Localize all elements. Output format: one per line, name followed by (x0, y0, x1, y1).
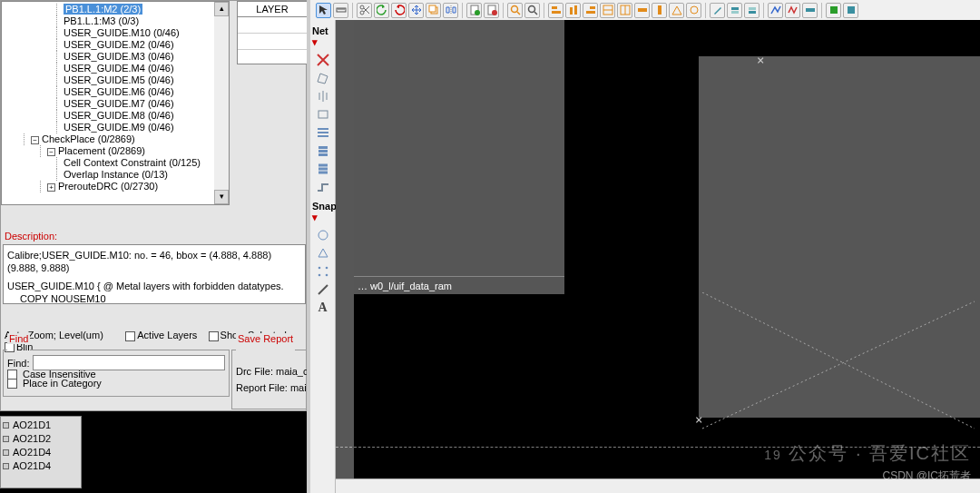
list-item[interactable]: AO21D1 (3, 419, 79, 432)
snap-palette-header[interactable]: Snap ▾ (310, 195, 335, 225)
path-icon[interactable] (768, 3, 783, 18)
main-toolbar (310, 0, 980, 20)
orange-tool-icon[interactable] (669, 3, 684, 18)
collapse-icon[interactable]: − (47, 148, 55, 156)
tree-row[interactable]: USER_GUIDE.M6 (0/46) (7, 86, 229, 98)
layer-row[interactable] (238, 17, 307, 34)
svg-rect-27 (830, 6, 838, 14)
layout-canvas[interactable]: … w0_l/uif_data_ram × × (336, 20, 980, 478)
zigzag-icon[interactable] (785, 3, 800, 18)
orange-tool-icon[interactable] (617, 3, 632, 18)
pencil-icon[interactable] (710, 3, 725, 18)
svg-rect-25 (749, 11, 756, 14)
watermark-small: CSDN @IC拓荒者 (882, 468, 971, 484)
svg-rect-26 (806, 8, 815, 12)
svg-rect-31 (318, 150, 328, 153)
scissors-icon[interactable] (357, 3, 372, 18)
tree-row[interactable]: +PrerouteDRC (0/2730) (7, 181, 229, 192)
sheet-red-icon[interactable] (484, 3, 499, 18)
bars-tool-icon[interactable] (314, 124, 332, 141)
orange-tool-icon[interactable] (652, 3, 667, 18)
ruler2-icon[interactable] (802, 3, 818, 18)
svg-rect-19 (638, 8, 647, 12)
error-tree[interactable]: PB1.L.1:M2 (2/3) PB1.L.1:M3 (0/3) USER_G… (1, 1, 230, 205)
align-down-icon[interactable] (565, 3, 581, 18)
magnifier-icon[interactable] (524, 3, 540, 18)
tree-row[interactable]: USER_GUIDE.M4 (0/46) (7, 63, 229, 74)
tree-scrollbar[interactable]: ▴ ▾ (214, 2, 229, 204)
show-selected-checkbox[interactable] (209, 331, 219, 341)
bars2-tool-icon[interactable] (314, 161, 332, 177)
layer-down-icon[interactable] (744, 3, 760, 18)
tree-row[interactable]: USER_GUIDE.M2 (0/46) (7, 39, 229, 51)
tree-row[interactable]: Overlap Instance (0/13) (7, 169, 229, 181)
tree-row[interactable]: PB1.L.1:M2 (2/3) (7, 4, 229, 15)
layer-up-icon[interactable] (727, 3, 742, 18)
green-box-icon[interactable] (826, 3, 841, 18)
tree-row[interactable]: −CheckPlace (0/2869) (7, 133, 229, 145)
tree-row[interactable]: −Placement (0/2869) (7, 145, 229, 157)
ruler-icon[interactable] (333, 3, 348, 18)
poly-tool-icon[interactable] (314, 70, 332, 86)
expand-icon[interactable]: + (47, 183, 55, 192)
tree-row[interactable]: USER_GUIDE.M8 (0/46) (7, 110, 229, 122)
align-left-icon[interactable] (548, 3, 564, 18)
copy-icon[interactable] (426, 3, 441, 18)
scroll-track[interactable] (214, 16, 229, 190)
svg-rect-22 (731, 7, 739, 10)
place-category-checkbox[interactable] (7, 379, 17, 389)
slash-tool-icon[interactable] (314, 281, 332, 298)
scroll-down-icon[interactable]: ▾ (214, 190, 229, 204)
chevron-down-icon[interactable]: ▾ (312, 212, 318, 222)
splitv-tool-icon[interactable] (314, 88, 332, 104)
list-item[interactable]: AO21D4 (3, 446, 79, 459)
toolbar-separator (352, 3, 353, 18)
mirror-icon[interactable] (443, 3, 458, 18)
orange-tool-icon[interactable] (600, 3, 615, 18)
svg-point-33 (318, 231, 328, 240)
stack-tool-icon[interactable] (314, 143, 332, 159)
layer-table[interactable]: LAYER (237, 1, 308, 64)
svg-rect-14 (574, 5, 577, 15)
select-cursor-icon[interactable] (316, 3, 331, 18)
orange-tool-icon[interactable] (634, 3, 650, 18)
svg-point-9 (511, 6, 517, 13)
orange-tool-icon[interactable] (686, 3, 701, 18)
undo-icon[interactable] (374, 3, 389, 18)
list-item[interactable]: AO21D4 (3, 459, 79, 473)
snap-dots-icon[interactable] (314, 263, 332, 280)
cross-tool-icon[interactable] (314, 52, 332, 68)
rect-tool-icon[interactable] (314, 106, 332, 123)
tree-row[interactable]: USER_GUIDE.M5 (0/46) (7, 74, 229, 86)
toolbar-separator (705, 3, 706, 18)
collapse-icon[interactable]: − (31, 136, 39, 144)
cell-icon (3, 436, 9, 442)
snap-poly-icon[interactable] (314, 245, 332, 261)
tree-row[interactable]: USER_GUIDE.M7 (0/46) (7, 98, 229, 110)
layer-row[interactable] (238, 34, 307, 50)
text-tool-icon[interactable]: A (314, 300, 332, 316)
sheet-green-icon[interactable] (466, 3, 482, 18)
scroll-up-icon[interactable]: ▴ (214, 2, 229, 16)
align-right-icon[interactable] (583, 3, 598, 18)
canvas-region[interactable] (354, 20, 564, 294)
net-palette-header[interactable]: Net ▾ (310, 20, 335, 50)
watermark-text: 19 公众号 · 吾爱IC社区 (764, 441, 971, 466)
active-layers-checkbox[interactable] (125, 331, 135, 341)
list-item[interactable]: AO21D2 (3, 432, 79, 446)
cell-list[interactable]: AO21D1 AO21D2 AO21D4 AO21D4 (0, 416, 82, 488)
tree-row[interactable]: USER_GUIDE.M9 (0/46) (7, 122, 229, 133)
zoom-icon[interactable] (507, 3, 523, 18)
tree-row[interactable]: USER_GUIDE.M3 (0/46) (7, 51, 229, 63)
tree-row[interactable]: PB1.L.1:M3 (0/3) (7, 15, 229, 27)
snap-circle-icon[interactable] (314, 227, 332, 243)
tree-row[interactable]: Cell Context Constraint (0/125) (7, 157, 229, 169)
description-line: USER_GUIDE.M10 { @ Metal layers with for… (7, 280, 301, 292)
chevron-down-icon[interactable]: ▾ (312, 36, 318, 47)
move-icon[interactable] (408, 3, 424, 18)
cell-icon (3, 463, 9, 469)
teal-box-icon[interactable] (843, 3, 858, 18)
redo-icon[interactable] (391, 3, 407, 18)
tree-row[interactable]: USER_GUIDE.M10 (0/46) (7, 27, 229, 39)
offset-tool-icon[interactable] (314, 179, 332, 195)
